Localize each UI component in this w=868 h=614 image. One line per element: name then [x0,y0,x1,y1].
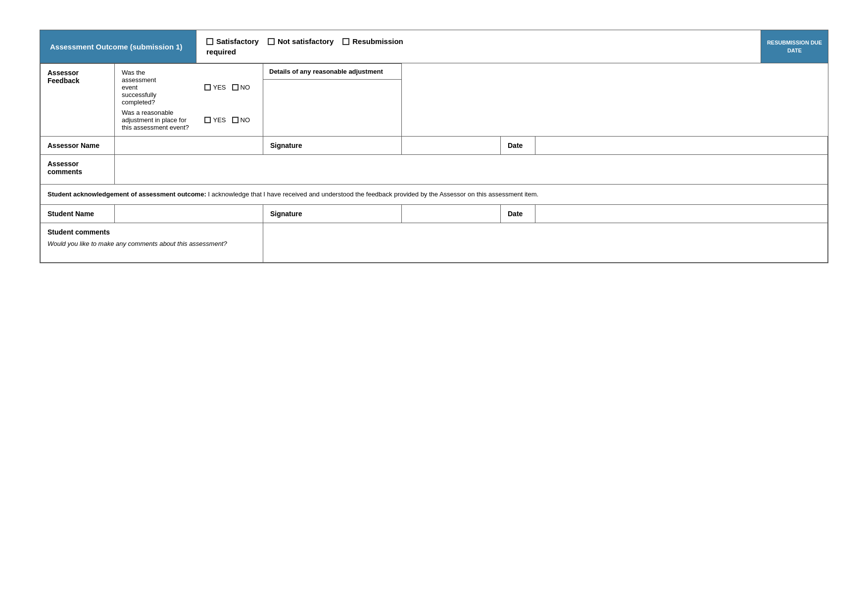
assessor-signature-value[interactable] [402,137,501,155]
outcome-options: Satisfactory Not satisfactory Resubmissi… [196,30,761,63]
student-name-value[interactable] [115,204,263,223]
q1-no-item: NO [232,84,250,91]
question1-text: Was the assessment event successfully co… [122,69,170,106]
assessor-feedback-content: Was the assessment event successfully co… [115,64,263,137]
student-comments-left: Student comments Would you like to make … [41,223,263,262]
student-signature-label: Signature [263,204,402,223]
assessment-form: Assessment Outcome (submission 1) Satisf… [40,30,828,263]
acknowledgement-bold: Student acknowledgement of assessment ou… [48,190,206,198]
q2-no-checkbox[interactable] [232,117,239,123]
satisfactory-label: Satisfactory [216,37,259,46]
form-title: Assessment Outcome (submission 1) [40,30,196,63]
assessor-feedback-row: Assessor Feedback Was the assessment eve… [41,64,828,137]
not-satisfactory-checkbox[interactable] [268,38,275,45]
body-table: Assessor Feedback Was the assessment eve… [40,63,828,263]
assessor-comments-row: Assessor comments [41,155,828,185]
assessor-feedback-label: Assessor Feedback [41,64,115,137]
q1-yes-checkbox[interactable] [204,84,211,91]
assessor-date-label: Date [501,137,535,155]
q2-no-label: NO [241,116,250,124]
resubmission-checkbox[interactable] [342,38,349,45]
options-row1: Satisfactory Not satisfactory Resubmissi… [206,37,751,46]
acknowledgement-text: Student acknowledgement of assessment ou… [41,185,828,205]
acknowledgement-normal: I acknowledge that I have received and u… [206,190,538,198]
required-text: required [206,47,236,56]
q2-no-item: NO [232,116,250,124]
student-signature-value[interactable] [402,204,501,223]
q2-yes-checkbox[interactable] [204,117,211,123]
student-comments-value[interactable] [263,223,828,262]
form-title-text: Assessment Outcome (submission 1) [50,43,183,51]
satisfactory-option: Satisfactory [206,37,259,46]
resubmission-date-label: RESUBMISSION DUE DATE [765,39,824,55]
q1-yes-label: YES [213,84,226,91]
student-comments-italic: Would you like to make any comments abou… [48,240,227,247]
student-date-value[interactable] [535,204,828,223]
assessor-date-value[interactable] [535,137,828,155]
header-section: Assessment Outcome (submission 1) Satisf… [40,30,828,63]
acknowledgement-row: Student acknowledgement of assessment ou… [41,185,828,205]
details-header-text: Details of any reasonable adjustment [269,68,383,75]
q1-no-label: NO [241,84,250,91]
resubmission-option: Resubmission [342,37,403,46]
satisfactory-checkbox[interactable] [206,38,213,45]
assessor-comments-label: Assessor comments [41,155,115,185]
question2-text: Was a reasonable adjustment in place for… [122,109,194,131]
student-name-label: Student Name [41,204,115,223]
options-row2: required [206,47,751,56]
not-satisfactory-label: Not satisfactory [278,37,334,46]
reasonable-adjustment-cell: Details of any reasonable adjustment [263,64,402,137]
question1-yesno: YES NO [204,84,256,91]
assessor-signature-label: Signature [263,137,402,155]
question1-line: Was the assessment event successfully co… [122,69,256,106]
question2-yesno: YES NO [204,116,256,124]
student-comments-label: Student comments [48,228,256,236]
student-comments-row: Student comments Would you like to make … [41,223,828,262]
student-date-label: Date [501,204,535,223]
student-name-row: Student Name Signature Date [41,204,828,223]
assessor-name-value[interactable] [115,137,263,155]
question2-line: Was a reasonable adjustment in place for… [122,109,256,131]
q1-no-checkbox[interactable] [232,84,239,91]
not-satisfactory-option: Not satisfactory [268,37,334,46]
q1-yes-item: YES [204,84,226,91]
resubmission-label: Resubmission [352,37,403,46]
details-content-area [263,80,401,109]
q2-yes-item: YES [204,116,226,124]
assessor-name-row: Assessor Name Signature Date [41,137,828,155]
resubmission-date-header: RESUBMISSION DUE DATE [761,30,828,63]
assessor-name-label: Assessor Name [41,137,115,155]
reasonable-adjustment-header: Details of any reasonable adjustment [263,64,401,80]
q2-yes-label: YES [213,116,226,124]
assessor-comments-value[interactable] [115,155,828,185]
